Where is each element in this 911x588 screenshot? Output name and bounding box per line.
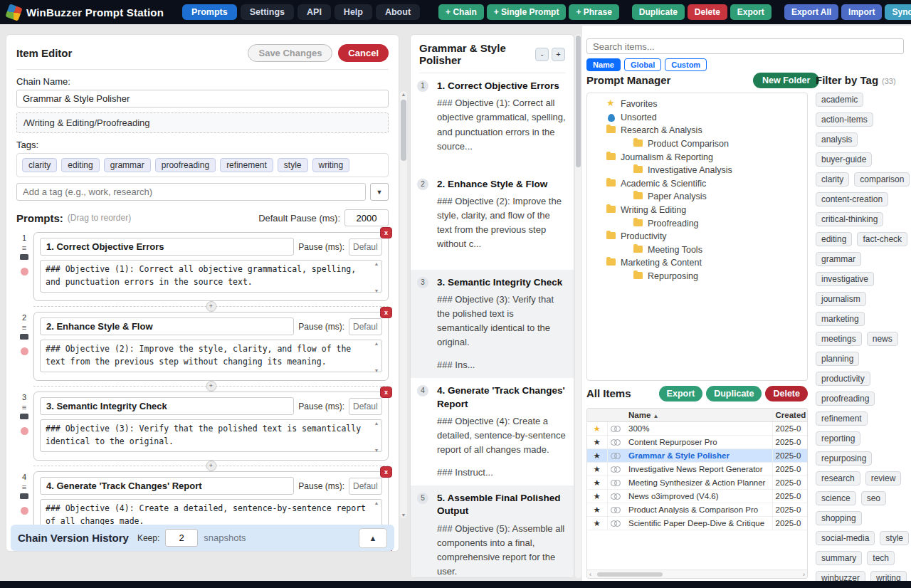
textarea-scrollbar[interactable]: ▲▼ [373,421,380,453]
new-folder-button[interactable]: New Folder [753,73,819,88]
folder-tree-item[interactable]: Meeting Tools [590,243,804,257]
create-button[interactable]: + Chain [438,4,484,20]
tab[interactable]: Help [335,4,372,20]
name-column-header[interactable]: Name ▲ [626,409,772,421]
scroll-down-icon[interactable]: ▼ [400,513,407,518]
filter-tag-chip[interactable]: meetings [816,332,862,346]
cancel-button[interactable]: Cancel [338,44,389,62]
font-larger-button[interactable]: + [552,48,565,61]
folder-tree-item[interactable]: Investigative Analysis [590,164,804,177]
editor-scrollbar[interactable]: ▲ ▼ [400,91,407,518]
scroll-left-icon[interactable]: ‹ [589,570,591,579]
item-name[interactable]: News o3improved (V4.6) [626,489,772,503]
search-filter-button[interactable]: Name [586,58,621,71]
favorite-star-icon[interactable]: ★ [587,476,607,489]
table-row[interactable]: ★ Grammar & Style Polisher 2025-0 [587,448,807,462]
table-row[interactable]: ★ Meeting Synthesizer & Action Planner 2… [587,476,807,489]
preview-step[interactable]: 5 5. Assemble Final Polished Output ### … [411,485,574,578]
tag-chip[interactable]: writing [312,158,350,172]
filter-tag-chip[interactable]: style [880,531,909,545]
all-items-action-button[interactable]: Delete [765,386,808,401]
filter-tag-chip[interactable]: seo [861,491,886,505]
folder-tree-item[interactable]: Productivity [590,230,804,243]
table-row[interactable]: ★ Content Repurposer Pro 2025-0 [587,435,807,448]
scroll-up-icon[interactable]: ▲ [400,92,407,97]
item-name[interactable]: Scientific Paper Deep-Dive & Critique [626,516,772,530]
folder-tree-item[interactable]: Repurposing [590,270,804,283]
filter-tag-chip[interactable]: editing [816,232,852,246]
tag-dropdown-button[interactable]: ▼ [370,183,389,201]
scroll-right-icon[interactable]: › [803,570,805,579]
prompt-body-textarea[interactable]: ### Objective (3): Verify that the polis… [40,419,382,452]
preview-step[interactable]: 2 2. Enhance Style & Flow ### Objective … [411,172,574,270]
tag-chip[interactable]: style [278,158,308,172]
folder-tree-item[interactable]: Research & Analysis [590,124,804,137]
table-row[interactable]: ★ News o3improved (V4.6) 2025-0 [587,489,807,503]
item-name[interactable]: Product Analysis & Comparison Pro [626,503,772,516]
delete-prompt-button[interactable]: x [380,387,392,398]
filter-tag-chip[interactable]: repurposing [816,451,872,466]
filter-tag-chip[interactable]: summary [816,551,862,565]
drag-handle-icon[interactable]: ≡ [22,483,26,491]
delete-prompt-button[interactable]: x [380,227,392,238]
filter-tag-chip[interactable]: shopping [816,511,862,525]
pause-input[interactable] [349,478,382,495]
folder-tree-item[interactable]: Product Comparison [590,137,804,151]
filter-tag-chip[interactable]: marketing [816,312,865,326]
scrollbar-thumb[interactable] [576,36,581,167]
delete-prompt-button[interactable]: x [380,307,392,318]
all-items-action-button[interactable]: Export [659,386,703,401]
tab[interactable]: Settings [241,4,294,20]
preview-scrollbar[interactable] [575,34,581,578]
favorite-star-icon[interactable]: ★ [587,516,607,530]
keep-snapshots-input[interactable] [165,529,198,547]
tab[interactable]: Prompts [182,4,237,20]
prompt-title-input[interactable] [40,238,294,256]
pause-input[interactable] [349,398,382,415]
preview-step[interactable]: 3 3. Semantic Integrity Check ### Object… [411,270,574,379]
tag-chip[interactable]: clarity [22,158,57,172]
tab[interactable]: API [297,4,331,20]
filter-tag-chip[interactable]: planning [816,352,859,366]
comment-icon[interactable] [20,493,28,499]
io-button[interactable]: Import [841,4,882,20]
filter-tag-chip[interactable]: tech [867,551,895,565]
preview-step[interactable]: 4 4. Generate 'Track Changes' Report ###… [411,378,574,485]
filter-tag-chip[interactable]: content-creation [816,192,888,206]
folder-tree-item[interactable]: Journalism & Reporting [590,150,804,164]
favorite-star-icon[interactable]: ★ [587,503,607,516]
status-dot-icon[interactable] [21,347,28,355]
preview-step[interactable]: 1 1. Correct Objective Errors ### Object… [411,73,574,172]
item-name[interactable]: 300% [626,421,772,435]
link-column-header[interactable] [607,409,626,421]
scrollbar-thumb[interactable] [597,572,663,577]
filter-tag-chip[interactable]: buyer-guide [816,152,872,167]
filter-tag-chip[interactable]: reporting [816,431,860,446]
status-dot-icon[interactable] [21,507,28,515]
filter-tag-chip[interactable]: science [816,491,856,505]
item-name[interactable]: Meeting Synthesizer & Action Planner [626,476,772,489]
pause-input[interactable] [349,318,382,335]
io-button[interactable]: Export All [784,4,838,20]
folder-tree-item[interactable]: Favorites [590,98,804,111]
create-button[interactable]: + Phrase [569,4,618,20]
textarea-scrollbar[interactable]: ▲▼ [373,341,380,373]
search-filter-button[interactable]: Global [624,58,661,71]
item-name[interactable]: Investigative News Report Generator [626,462,772,476]
filter-tag-chip[interactable]: refinement [816,411,868,426]
folder-tree-item[interactable]: Writing & Editing [590,204,804,217]
favorite-star-icon[interactable]: ★ [587,489,607,503]
tag-chip[interactable]: proofreading [155,158,216,172]
chain-name-input[interactable] [16,90,389,107]
filter-tag-chip[interactable]: action-items [816,112,873,127]
prompt-title-input[interactable] [40,477,294,495]
filter-tag-chip[interactable]: analysis [816,132,858,147]
tab[interactable]: About [376,4,420,20]
table-row[interactable]: ★ Product Analysis & Comparison Pro 2025… [587,503,807,516]
filter-tag-chip[interactable]: review [865,471,902,485]
filter-tag-chip[interactable]: critical-thinking [816,212,883,226]
table-row[interactable]: ★ Scientific Paper Deep-Dive & Critique … [587,516,807,530]
filter-tag-chip[interactable]: fact-check [857,232,907,246]
drag-handle-icon[interactable]: ≡ [22,404,26,411]
comment-icon[interactable] [20,254,28,260]
